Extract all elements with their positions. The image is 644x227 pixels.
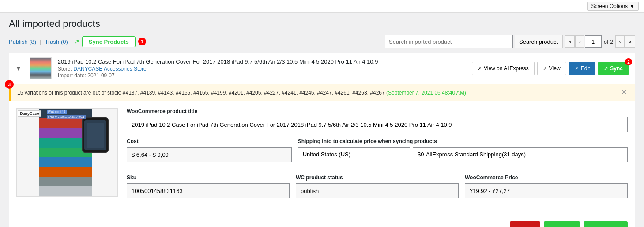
wc-status-field: WC product status — [296, 174, 459, 204]
external-link-icon: ↗ — [478, 66, 482, 72]
screen-options-button[interactable]: Screen Options ▼ — [587, 2, 639, 11]
page-next-button[interactable]: › — [615, 35, 624, 48]
top-bar: Screen Options ▼ — [0, 0, 644, 13]
alert-date: (September 7, 2021 06:48:40 AM) — [386, 90, 466, 96]
image-brand-label: DanyCase — [18, 110, 41, 117]
product-header: ▼ 2019 iPad 10.2 Case For iPad 7th Gener… — [9, 53, 635, 84]
shipping-label: Shipping info to calculate price when sy… — [298, 138, 628, 144]
sku-field: Sku — [127, 174, 290, 204]
sku-label: Sku — [127, 174, 290, 181]
delete-button[interactable]: Delete — [510, 221, 541, 227]
image-sub-label: iPad mini 45 — [47, 110, 67, 114]
toolbar: Publish (8) | Trash (0) ↗ Sync Products … — [9, 35, 635, 48]
wc-status-label: WC product status — [296, 174, 459, 181]
shipping-selects: United States (US) $0-AliExpress Standar… — [298, 147, 628, 168]
cost-label: Cost — [127, 138, 292, 144]
page-last-button[interactable]: » — [625, 35, 635, 48]
product-body: DanyCase iPad mini 45 iPad 9.7/10.2/10.5… — [9, 101, 635, 218]
alert-container: 3 15 variations of this product are out … — [9, 84, 635, 101]
alert-bar: 15 variations of this product are out of… — [9, 84, 635, 101]
reimport-button[interactable]: ↗ Reimport — [584, 221, 628, 227]
store-link[interactable]: DANYCASE Accessories Store — [73, 66, 146, 72]
wc-title-label: WooCommerce product title — [127, 108, 628, 114]
chevron-down-icon: ▼ — [629, 3, 635, 9]
wc-title-input[interactable] — [127, 117, 628, 132]
sku-status-price-row: Sku WC product status WooCommerce Price — [127, 174, 628, 204]
sync-badge: 1 — [138, 38, 146, 45]
page-first-button[interactable]: « — [565, 35, 575, 48]
shipping-field: Shipping info to calculate price when sy… — [298, 138, 628, 168]
sync-products-button[interactable]: Sync Products — [82, 36, 136, 47]
search-imported-input[interactable] — [385, 35, 513, 48]
page-number-input[interactable] — [585, 35, 602, 48]
external-link-icon: ↗ — [575, 66, 579, 72]
product-details-column: WooCommerce product title Cost Shipping … — [127, 108, 628, 211]
cost-field: Cost — [127, 138, 292, 168]
pagination: « ‹ of 2 › » — [565, 35, 635, 48]
search-product-button[interactable]: Search product — [515, 35, 563, 48]
sync-button[interactable]: ↗ Sync — [598, 62, 629, 75]
alert-badge: 3 — [5, 80, 14, 89]
product-actions: ↗ View on AliExpress ↗ View ↗ Edit ↗ Syn… — [472, 62, 629, 75]
shipping-method-select[interactable]: $0-AliExpress Standard Shipping(31 days) — [413, 147, 628, 162]
toolbar-left: Publish (8) | Trash (0) ↗ Sync Products … — [9, 36, 385, 47]
product-store: Store: DANYCASE Accessories Store — [58, 66, 466, 72]
product-import-date: Import date: 2021-09-07 — [58, 72, 466, 79]
sku-input[interactable] — [127, 183, 290, 198]
separator: | — [40, 38, 41, 45]
page-title: All imported products — [9, 18, 635, 30]
page-prev-button[interactable]: ‹ — [575, 35, 584, 48]
bottom-actions: Delete Override ↗ Reimport — [9, 218, 635, 227]
shipping-country-select[interactable]: United States (US) — [298, 147, 410, 162]
page-of-label: of 2 — [602, 38, 615, 45]
collapse-arrow-icon[interactable]: ▼ — [15, 65, 22, 72]
wc-price-label: WooCommerce Price — [465, 174, 628, 181]
screen-options-label: Screen Options — [591, 3, 628, 9]
product-info: 2019 iPad 10.2 Case For iPad 7th Generat… — [58, 58, 466, 79]
view-button[interactable]: ↗ View — [537, 62, 566, 75]
product-thumbnail — [30, 57, 52, 79]
cost-input[interactable] — [127, 147, 292, 162]
toolbar-right: Search product « ‹ of 2 › » — [385, 35, 635, 48]
sync-number-badge: 2 — [625, 58, 632, 65]
view-on-aliexpress-button[interactable]: ↗ View on AliExpress — [472, 62, 535, 75]
external-link-icon: ↗ — [591, 226, 595, 227]
trash-link[interactable]: Trash (0) — [45, 38, 68, 45]
external-link-icon: ↗ — [604, 66, 608, 72]
wc-price-field: WooCommerce Price — [465, 174, 628, 204]
external-link-icon: ↗ — [543, 66, 547, 72]
wc-status-input[interactable] — [296, 183, 459, 198]
override-button[interactable]: Override — [544, 221, 580, 227]
wc-price-input[interactable] — [465, 183, 628, 198]
alert-text: 15 variations of this product are out of… — [17, 89, 619, 97]
alert-close-button[interactable]: ✕ — [619, 89, 629, 96]
product-title: 2019 iPad 10.2 Case For iPad 7th Generat… — [58, 58, 466, 65]
external-link-icon: ↗ — [74, 38, 79, 45]
page-content: All imported products Publish (8) | Tras… — [0, 13, 644, 227]
cost-shipping-row: Cost Shipping info to calculate price wh… — [127, 138, 628, 168]
publish-link[interactable]: Publish (8) — [9, 38, 36, 45]
product-image-column: DanyCase iPad mini 45 iPad 9.7/10.2/10.5… — [16, 108, 118, 211]
product-card: ▼ 2019 iPad 10.2 Case For iPad 7th Gener… — [9, 53, 635, 227]
product-image-box: DanyCase iPad mini 45 iPad 9.7/10.2/10.5… — [16, 108, 118, 197]
image-sub-label2: iPad 9.7/10.2/10.5/10.9/11 — [47, 115, 86, 119]
edit-button[interactable]: ↗ Edit — [569, 62, 596, 75]
